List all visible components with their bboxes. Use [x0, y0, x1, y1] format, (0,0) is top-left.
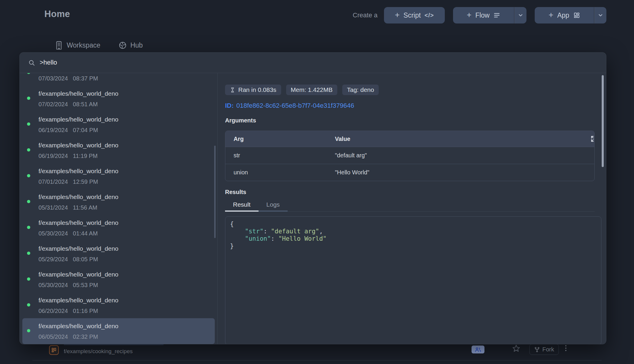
background-row-path[interactable]: f/examples/cooking_recipes: [64, 348, 132, 355]
tab-result[interactable]: Result: [225, 199, 259, 212]
run-timestamp: 07/02/202408:51 AM: [38, 101, 215, 108]
plus-icon: +: [467, 11, 472, 19]
create-flow-dropdown-button[interactable]: [514, 7, 526, 23]
chevron-down-icon: [518, 12, 524, 18]
run-path: f/examples/hello_world_deno: [38, 168, 215, 175]
run-list-item[interactable]: f/examples/hello_world_deno05/30/202401:…: [22, 215, 215, 241]
create-script-button[interactable]: + Script </>: [384, 7, 445, 23]
fork-button[interactable]: Fork: [529, 344, 559, 355]
chevron-down-icon: [598, 12, 603, 18]
create-app-label: App: [557, 11, 569, 19]
run-id-line: ID:018fe862-8c62-65e8-b7f7-04e31f379646: [225, 102, 606, 109]
code-line: "union": "Hello World": [230, 235, 596, 242]
run-list-item[interactable]: f/examples/hello_world_deno07/02/202408:…: [22, 86, 215, 112]
run-path: f/examples/hello_world_deno: [38, 193, 215, 200]
result-json-viewer: { "str": "default arg", "union": "Hello …: [225, 216, 601, 344]
search-bar: [20, 53, 606, 73]
run-id-value[interactable]: 018fe862-8c62-65e8-b7f7-04e31f379646: [236, 102, 354, 109]
tab-workspace[interactable]: Workspace: [55, 41, 100, 50]
code-icon: </>: [425, 12, 434, 19]
run-path: f/examples/hello_world_deno: [38, 116, 215, 123]
run-timestamp: 05/31/202411:56 AM: [38, 204, 215, 211]
plus-icon: +: [395, 11, 400, 19]
run-success-dot: [27, 226, 30, 229]
run-success-dot: [27, 303, 30, 306]
run-timestamp: 06/19/202407:04 PM: [38, 127, 215, 134]
page-title: Home: [44, 9, 70, 19]
run-list-item[interactable]: f/examples/hello_world_deno05/31/202411:…: [22, 189, 215, 215]
modal-scrollbar[interactable]: [602, 75, 604, 167]
users-icon: [474, 347, 482, 353]
col-header-value: Value: [327, 136, 594, 142]
run-path: f/examples/hello_world_deno: [38, 90, 215, 97]
run-success-dot: [27, 329, 30, 332]
run-timestamp: 06/19/202411:19 PM: [38, 153, 215, 159]
argument-name: union: [225, 169, 327, 176]
code-line: {: [230, 220, 596, 228]
shared-users-badge: [472, 346, 484, 353]
star-icon[interactable]: [512, 344, 521, 353]
run-id-label: ID:: [225, 102, 234, 109]
run-timestamp: 05/29/202408:05 PM: [38, 256, 215, 263]
run-timestamp: 05/30/202405:53 PM: [38, 282, 215, 289]
run-success-dot: [27, 174, 30, 177]
runs-list-pane: f/examples/hello_world_deno07/03/202408:…: [20, 73, 218, 344]
run-stat-badge: Tag: deno: [342, 85, 379, 95]
tab-hub[interactable]: Hub: [119, 41, 143, 50]
search-input[interactable]: [40, 53, 568, 73]
globe-icon: [119, 41, 127, 49]
argument-value: "default arg": [327, 152, 594, 159]
command-palette-modal: f/examples/hello_world_deno07/03/202408:…: [19, 52, 606, 344]
run-success-dot: [27, 73, 30, 74]
tab-workspace-label: Workspace: [67, 41, 100, 49]
run-timestamp: 07/03/202408:37 PM: [38, 75, 215, 82]
run-detail-pane: Ran in 0.083sMem: 1.422MBTag: deno ID:01…: [218, 73, 606, 344]
code-line: }: [230, 242, 596, 250]
run-badges: Ran in 0.083sMem: 1.422MBTag: deno: [225, 85, 606, 95]
arguments-title: Arguments: [225, 117, 606, 124]
run-timestamp: 05/30/202401:44 AM: [38, 230, 215, 237]
run-list-item[interactable]: f/examples/hello_world_deno07/01/202412:…: [22, 163, 215, 189]
run-success-dot: [27, 148, 30, 151]
run-success-dot: [27, 277, 30, 281]
fork-icon: [534, 347, 540, 353]
row-divider: [32, 360, 602, 360]
kebab-menu-icon[interactable]: [565, 345, 566, 351]
runs-list-scrollbar[interactable]: [214, 146, 216, 238]
run-list-item[interactable]: f/examples/hello_world_deno05/29/202408:…: [22, 241, 215, 267]
run-timestamp: 07/01/202412:59 PM: [38, 178, 215, 185]
dashboard-glyph-icon: [51, 347, 57, 353]
argument-row: union"Hello World": [225, 164, 594, 181]
run-path: f/examples/hello_world_deno: [38, 142, 215, 149]
tab-logs[interactable]: Logs: [259, 199, 288, 212]
run-path: f/examples/hello_world_deno: [38, 271, 215, 278]
create-app-button[interactable]: + App: [535, 7, 594, 23]
run-path: f/examples/hello_world_deno: [38, 297, 215, 304]
arguments-table-header: Arg Value: [225, 131, 594, 147]
create-script-label: Script: [403, 11, 421, 19]
search-icon: [28, 59, 35, 66]
run-stat-badge: Ran in 0.083s: [225, 85, 281, 95]
fork-label: Fork: [542, 346, 554, 353]
run-list-item[interactable]: f/examples/hello_world_deno07/03/202408:…: [22, 73, 215, 86]
arguments-table: Arg Value str"default arg"union"Hello Wo…: [225, 131, 595, 181]
building-icon: [55, 41, 63, 50]
run-list-item[interactable]: f/examples/hello_world_deno06/19/202407:…: [22, 112, 215, 137]
argument-value: "Hello World": [327, 169, 594, 176]
create-app-dropdown-button[interactable]: [594, 7, 606, 23]
run-list-item[interactable]: f/examples/hello_world_deno06/05/202402:…: [22, 318, 215, 344]
app-grid-icon: [573, 12, 580, 19]
run-list-item[interactable]: f/examples/hello_world_deno05/30/202405:…: [22, 267, 215, 292]
run-list-item[interactable]: f/examples/hello_world_deno06/19/202411:…: [22, 137, 215, 163]
home-nav-tabs: Workspace Hub: [55, 41, 143, 50]
create-a-label: Create a: [353, 11, 378, 19]
run-success-dot: [27, 122, 30, 126]
results-title: Results: [225, 189, 606, 196]
create-flow-button[interactable]: + Flow: [453, 7, 514, 23]
code-line: "str": "default arg",: [230, 228, 596, 235]
run-success-dot: [27, 97, 30, 100]
runs-list: f/examples/hello_world_deno07/03/202408:…: [20, 73, 217, 344]
expand-icon[interactable]: [582, 135, 590, 143]
run-list-item[interactable]: f/examples/hello_world_deno06/20/202401:…: [22, 292, 215, 318]
run-path: f/examples/hello_world_deno: [38, 323, 215, 330]
